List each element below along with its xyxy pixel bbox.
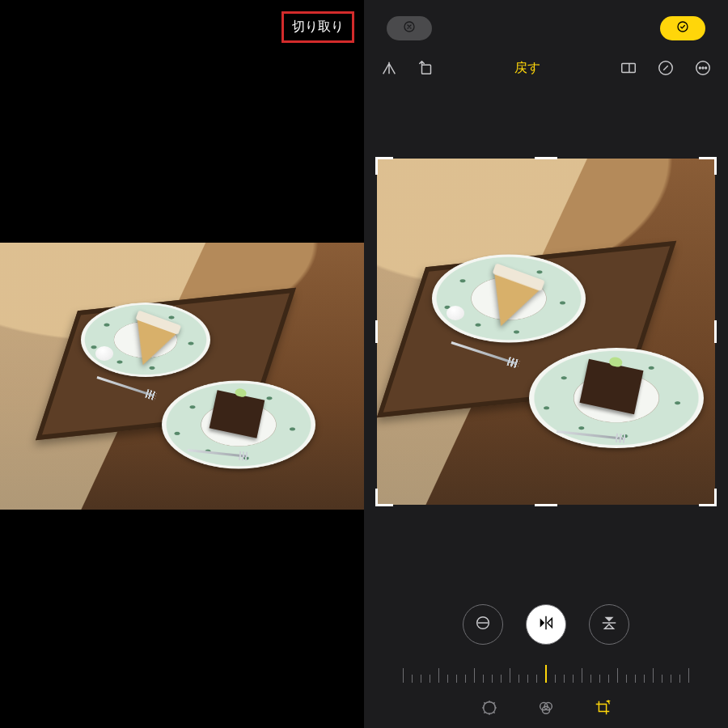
photo-image [377,159,715,505]
ruler-tick [536,675,537,683]
top-action-row [364,15,728,42]
svg-rect-2 [422,65,431,74]
ruler-tick [688,668,689,683]
filters-icon [537,699,555,720]
ruler-tick [527,675,528,683]
ruler-tick [430,675,430,683]
ruler-tick [599,675,600,683]
crop-handle-top[interactable] [535,157,557,159]
ruler-tick [617,668,618,683]
svg-point-8 [705,67,707,69]
straighten-icon [474,614,492,635]
flip-vertical-button[interactable] [589,604,629,645]
svg-rect-3 [622,64,636,73]
ruler-tick [421,675,421,683]
ellipsis-circle-icon[interactable] [692,57,713,78]
tab-filters[interactable] [536,700,556,719]
ruler-tick [492,675,493,683]
flip-vertical-icon [600,614,618,635]
ruler-tick [501,675,502,683]
crop-handle-left[interactable] [375,320,378,343]
x-circle-icon [403,20,416,36]
angle-ruler[interactable] [388,662,704,683]
ruler-tick [671,675,671,683]
crop-button[interactable]: 切り取り [281,11,354,43]
undo-button[interactable]: 戻す [514,60,540,77]
flip-triangle-icon[interactable] [379,57,400,78]
ruler-tick [483,675,484,683]
confirm-button[interactable] [660,16,705,40]
ruler-tick [573,675,574,683]
editor-pane: 戻す [364,0,728,728]
pen-circle-icon[interactable] [655,57,676,78]
ruler-tick [662,675,662,683]
flip-horizontal-icon [537,614,555,635]
crop-handle-bottom[interactable] [535,504,557,506]
ruler-tick [456,675,457,683]
aspect-ratio-icon[interactable] [618,57,639,78]
ruler-tick [626,675,627,683]
ruler-tick [447,675,448,683]
crop-rotate-icon [594,699,612,720]
ruler-tick [545,665,547,683]
ruler-tick [590,675,591,683]
svg-point-1 [678,22,688,32]
flip-horizontal-button[interactable] [526,604,566,645]
crop-handle-right[interactable] [714,320,717,343]
adjust-mode-row [364,600,728,649]
rotate-square-icon[interactable] [416,57,437,78]
tab-adjust[interactable] [480,700,499,719]
check-circle-icon [676,20,689,36]
crop-handle-br[interactable] [699,489,717,506]
viewer-pane: 切り取り [0,0,364,728]
ruler-tick [412,675,413,683]
ruler-tick [644,675,645,683]
ruler-tick [564,675,565,683]
edit-toolbar: 戻す [364,52,728,84]
svg-point-6 [699,67,700,69]
photo-image [0,243,364,510]
straighten-button[interactable] [463,604,503,645]
ruler-tick [403,668,404,683]
adjust-dial-icon [480,699,498,720]
svg-point-7 [702,67,704,69]
ruler-tick [474,668,475,683]
photo-preview [0,243,364,510]
ruler-tick [582,668,582,683]
ruler-tick [608,675,609,683]
crop-frame[interactable] [377,159,715,505]
ruler-tick [635,675,636,683]
ruler-tick [555,675,556,683]
ruler-tick [653,668,654,683]
editor-tabs [364,696,728,723]
crop-handle-tr[interactable] [699,157,717,175]
ruler-tick [510,668,510,683]
ruler-tick [438,668,439,683]
ruler-tick [518,675,519,683]
ruler-tick [679,675,680,683]
cancel-button[interactable] [387,16,432,40]
ruler-tick [465,675,466,683]
tab-crop[interactable] [593,700,612,719]
crop-handle-bl[interactable] [375,489,393,506]
crop-handle-tl[interactable] [375,157,393,175]
